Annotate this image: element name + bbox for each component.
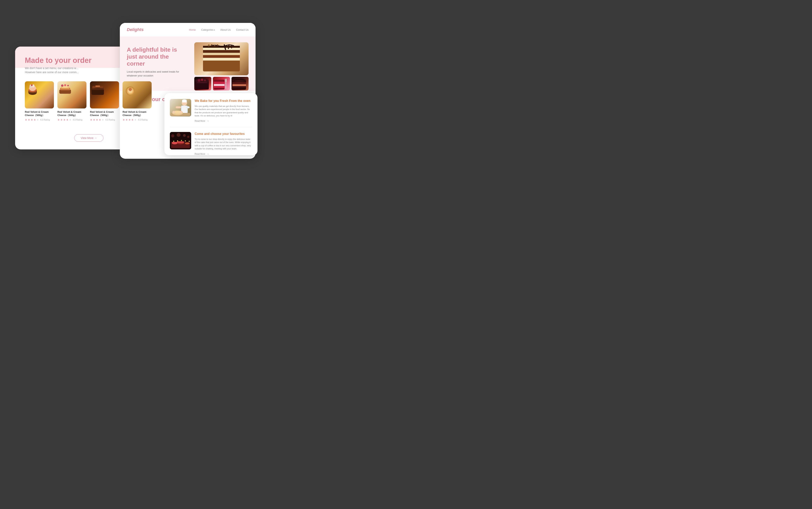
svg-point-32 (208, 44, 210, 46)
hero-subtitle: Local experts in delicacies and sweet tr… (127, 70, 188, 77)
read-more-label-1: Read More (195, 120, 205, 122)
svg-point-34 (214, 45, 215, 46)
view-more-button[interactable]: View More → (74, 134, 103, 142)
nav-about[interactable]: About Us (220, 28, 230, 31)
feature-card: We Bake for you Fresh From the oven We u… (164, 93, 257, 155)
read-more-arrow-2: → (206, 152, 209, 155)
stars-row-3: ★ ★ ★ ★ ★ 4.0 Rating (90, 118, 119, 121)
feature-heading-2: Come and choose your favourites (195, 132, 252, 136)
svg-rect-25 (203, 53, 240, 55)
svg-point-73 (173, 141, 174, 142)
navbar: Delights Home Categories About Us Contac… (120, 23, 256, 36)
hero-main-image (194, 42, 249, 75)
star-2-5: ★ (69, 118, 72, 121)
star-2-4: ★ (66, 118, 69, 121)
made-to-order-desc: We don't have a set menu, our creations … (25, 66, 83, 74)
svg-rect-56 (176, 106, 181, 108)
svg-point-38 (198, 79, 200, 82)
star-1-5: ★ (36, 118, 39, 121)
nav-categories[interactable]: Categories (201, 28, 215, 31)
star-4-2: ★ (125, 118, 128, 121)
tart-icon (122, 81, 138, 97)
product-img-3 (90, 81, 119, 108)
product-img-4 (122, 81, 152, 108)
rating-text-2: 4.0 Rating (73, 118, 82, 121)
svg-point-33 (211, 44, 213, 46)
product-name-3: Red Velvet & Cream Cheese（500g） (90, 110, 119, 117)
svg-rect-44 (214, 86, 224, 88)
svg-point-76 (185, 140, 186, 141)
svg-point-77 (189, 141, 190, 142)
svg-rect-51 (232, 86, 246, 88)
svg-point-35 (217, 44, 218, 46)
feature-img-shop (170, 132, 191, 149)
shop-icon (170, 132, 191, 149)
chocolate-slice-icon (231, 77, 247, 91)
nav-contact[interactable]: Contact Us (236, 28, 249, 31)
star-3-4: ★ (99, 118, 101, 121)
svg-point-79 (177, 133, 181, 137)
rating-text-3: 4.0 Rating (105, 118, 115, 121)
hero-images (194, 42, 249, 91)
star-1-3: ★ (31, 118, 33, 121)
svg-point-78 (171, 134, 174, 137)
svg-rect-43 (214, 84, 224, 86)
star-2-1: ★ (58, 118, 60, 121)
svg-point-75 (181, 140, 182, 141)
svg-rect-57 (186, 106, 190, 108)
feature-text-2: Come and choose your favourites Try to c… (195, 132, 252, 155)
feature-img-baking (170, 99, 191, 116)
svg-rect-45 (225, 79, 226, 89)
svg-point-81 (187, 136, 189, 138)
svg-point-40 (204, 79, 206, 81)
svg-point-21 (129, 88, 132, 91)
hero-thumbnails (194, 77, 249, 91)
berry-cake-icon (194, 77, 210, 91)
svg-point-6 (31, 84, 33, 86)
feature-row-2: Come and choose your favourites Try to c… (170, 132, 252, 155)
svg-rect-49 (232, 82, 246, 84)
product-card-1: Red Velvet & Cream Cheese（500g） ★ ★ ★ ★ … (25, 81, 54, 121)
star-3-1: ★ (90, 118, 93, 121)
svg-point-11 (61, 84, 63, 87)
star-3-5: ★ (102, 118, 104, 121)
feature-row-1: We Bake for you Fresh From the oven We u… (170, 99, 252, 123)
product-name-1: Red Velvet & Cream Cheese（500g） (25, 110, 54, 117)
cake-slice-svg (199, 44, 244, 73)
hero-thumb-2 (213, 77, 230, 91)
read-more-2[interactable]: Read More → (195, 152, 252, 155)
cupcake-icon (25, 81, 40, 97)
star-2-3: ★ (63, 118, 66, 121)
svg-rect-23 (203, 58, 240, 61)
svg-point-74 (177, 140, 178, 141)
star-4-3: ★ (128, 118, 131, 121)
stars-row-2: ★ ★ ★ ★ ★ 4.0 Rating (58, 118, 86, 121)
svg-rect-26 (203, 50, 240, 53)
product-card-2: Red Velvet & Cream Cheese（500g） ★ ★ ★ ★ … (58, 81, 86, 121)
read-more-label-2: Read More (195, 153, 205, 155)
svg-rect-42 (214, 82, 224, 84)
rating-text-1: 4.0 Rating (40, 118, 50, 121)
nav-home[interactable]: Home (189, 28, 196, 31)
hero-thumb-3 (231, 77, 249, 91)
svg-point-13 (67, 85, 69, 87)
products-row: Red Velvet & Cream Cheese（500g） ★ ★ ★ ★ … (25, 81, 153, 121)
star-1-4: ★ (34, 118, 36, 121)
star-4-4: ★ (131, 118, 134, 121)
product-name-4: Red Velvet & Cream Cheese（500g） (122, 110, 152, 117)
read-more-arrow-1: → (206, 120, 209, 123)
star-2-2: ★ (60, 118, 63, 121)
feature-desc-1: We use quality materials that we get dir… (195, 105, 252, 117)
svg-point-52 (232, 78, 246, 82)
product-card-3: Red Velvet & Cream Cheese（500g） ★ ★ ★ ★ … (90, 81, 119, 121)
svg-point-62 (180, 111, 182, 113)
nav-links: Home Categories About Us Contact Us (189, 28, 249, 31)
stars-row-1: ★ ★ ★ ★ ★ 4.0 Rating (25, 118, 54, 121)
svg-point-72 (185, 142, 190, 144)
svg-rect-14 (91, 89, 104, 95)
baking-icon (170, 99, 191, 116)
svg-rect-50 (232, 84, 246, 86)
read-more-1[interactable]: Read More → (195, 120, 252, 123)
product-img-1 (25, 81, 54, 108)
svg-point-61 (172, 111, 175, 113)
